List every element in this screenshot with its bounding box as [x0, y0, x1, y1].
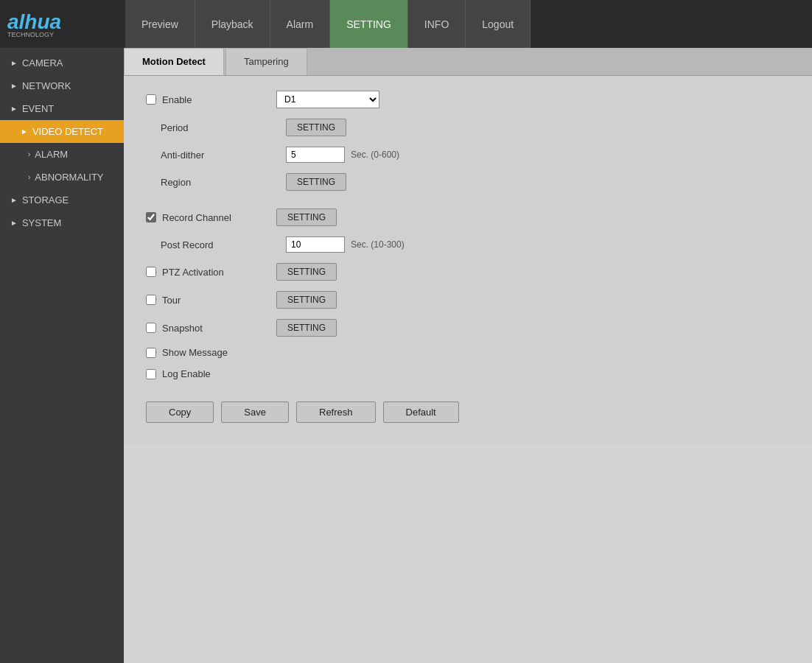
record-channel-row: Record Channel SETTING [146, 208, 790, 226]
refresh-button[interactable]: Refresh [296, 401, 376, 423]
region-setting-button[interactable]: SETTING [286, 173, 346, 191]
anti-dither-input[interactable] [286, 147, 345, 163]
log-enable-label: Log Enable [162, 368, 211, 379]
sidebar-item-network[interactable]: ► NETWORK [0, 74, 124, 97]
show-message-checkbox[interactable] [146, 348, 156, 358]
enable-row: Enable D1 [146, 91, 790, 108]
anti-dither-label: Anti-dither [161, 150, 286, 161]
save-button[interactable]: Save [221, 401, 289, 423]
sidebar-label-event: EVENT [22, 103, 54, 114]
ptz-checkbox[interactable] [146, 267, 156, 277]
region-row: Region SETTING [146, 173, 790, 191]
show-message-row: Show Message [146, 347, 790, 358]
event-arrow-icon: ► [10, 105, 18, 113]
copy-button[interactable]: Copy [146, 401, 214, 423]
sidebar-item-event[interactable]: ► EVENT [0, 97, 124, 120]
record-channel-setting-button[interactable]: SETTING [276, 208, 337, 226]
sidebar-label-alarm: ALARM [35, 149, 68, 160]
ptz-row: PTZ Activation SETTING [146, 263, 790, 281]
top-nav: Preview Playback Alarm SETTING INFO Logo… [125, 0, 531, 48]
header: alhua TECHNOLOGY Preview Playback Alarm … [0, 0, 812, 48]
region-label: Region [161, 177, 286, 188]
snapshot-row: Snapshot SETTING [146, 319, 790, 337]
alarm-arrow-icon: › [28, 150, 30, 158]
post-record-input[interactable] [286, 236, 345, 253]
log-enable-row: Log Enable [146, 368, 790, 379]
sidebar-item-system[interactable]: ► SYSTEM [0, 211, 124, 234]
record-channel-checkbox[interactable] [146, 212, 156, 222]
period-row: Period SETTING [146, 119, 790, 136]
post-record-label: Post Record [161, 239, 286, 250]
enable-select[interactable]: D1 [276, 91, 379, 108]
sidebar-item-alarm[interactable]: › ALARM [0, 143, 124, 166]
logo-sub: TECHNOLOGY [7, 31, 61, 38]
system-arrow-icon: ► [10, 219, 18, 227]
tour-row: Tour SETTING [146, 291, 790, 309]
video-detect-arrow-icon: ► [21, 127, 28, 136]
sidebar-item-camera[interactable]: ► CAMERA [0, 52, 124, 74]
period-setting-button[interactable]: SETTING [286, 119, 346, 136]
sidebar-label-abnormality: ABNORMALITY [35, 172, 103, 183]
nav-playback[interactable]: Playback [195, 0, 270, 48]
tab-bar: Motion Detect Tampering [124, 48, 812, 76]
default-button[interactable]: Default [383, 401, 459, 423]
form-area: Enable D1 Period SETTING Anti-dither Sec… [124, 76, 812, 444]
sidebar-item-video-detect[interactable]: ► VIDEO DETECT [0, 120, 124, 143]
ptz-label: PTZ Activation [162, 267, 276, 278]
enable-checkbox[interactable] [146, 94, 156, 105]
nav-logout[interactable]: Logout [466, 0, 531, 48]
nav-preview[interactable]: Preview [125, 0, 195, 48]
tour-label: Tour [162, 295, 276, 306]
main-layout: ► CAMERA ► NETWORK ► EVENT ► VIDEO DETEC… [0, 48, 812, 663]
nav-alarm[interactable]: Alarm [270, 0, 331, 48]
sidebar-label-video-detect: VIDEO DETECT [32, 126, 103, 137]
ptz-setting-button[interactable]: SETTING [276, 263, 337, 281]
log-enable-checkbox[interactable] [146, 369, 156, 379]
tab-tampering[interactable]: Tampering [225, 48, 307, 75]
show-message-label: Show Message [162, 347, 228, 358]
sidebar-item-storage[interactable]: ► STORAGE [0, 189, 124, 211]
tour-setting-button[interactable]: SETTING [276, 291, 337, 309]
sidebar: ► CAMERA ► NETWORK ► EVENT ► VIDEO DETEC… [0, 48, 124, 663]
nav-setting[interactable]: SETTING [330, 0, 408, 48]
post-record-hint: Sec. (10-300) [351, 239, 405, 250]
abnormality-arrow-icon: › [28, 173, 30, 181]
enable-label: Enable [162, 94, 276, 105]
sidebar-label-network: NETWORK [22, 80, 71, 91]
content-area: Motion Detect Tampering Enable D1 Period… [124, 48, 812, 663]
record-channel-label: Record Channel [162, 212, 276, 223]
sidebar-label-camera: CAMERA [22, 57, 63, 69]
nav-info[interactable]: INFO [408, 0, 466, 48]
bottom-buttons: Copy Save Refresh Default [146, 401, 790, 423]
sidebar-item-abnormality[interactable]: › ABNORMALITY [0, 166, 124, 189]
camera-arrow-icon: ► [10, 59, 18, 67]
anti-dither-row: Anti-dither Sec. (0-600) [146, 147, 790, 163]
sidebar-label-system: SYSTEM [22, 217, 61, 228]
storage-arrow-icon: ► [10, 196, 18, 204]
snapshot-label: Snapshot [162, 323, 276, 334]
tab-motion-detect[interactable]: Motion Detect [124, 48, 224, 75]
sidebar-label-storage: STORAGE [22, 194, 69, 206]
post-record-row: Post Record Sec. (10-300) [146, 236, 790, 253]
logo: alhua TECHNOLOGY [7, 10, 118, 38]
snapshot-setting-button[interactable]: SETTING [276, 319, 337, 337]
snapshot-checkbox[interactable] [146, 323, 156, 333]
tour-checkbox[interactable] [146, 295, 156, 305]
anti-dither-hint: Sec. (0-600) [351, 150, 399, 160]
period-label: Period [161, 122, 286, 133]
logo-text: alhua [7, 10, 61, 33]
network-arrow-icon: ► [10, 82, 18, 90]
